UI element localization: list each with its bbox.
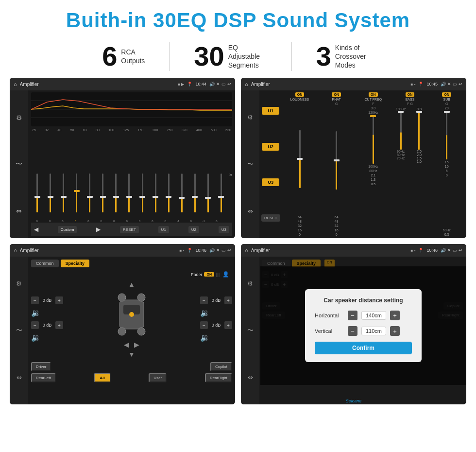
db1-minus[interactable]: − — [31, 296, 39, 304]
window-icon-4[interactable]: ▭ — [453, 248, 457, 253]
loudness-slider[interactable] — [282, 103, 318, 214]
home-icon-4[interactable]: ⌂ — [245, 247, 248, 253]
home-icon[interactable]: ⌂ — [14, 81, 17, 87]
eq-slider-4[interactable] — [70, 171, 83, 215]
copilot-button[interactable]: Copilot — [210, 362, 232, 371]
driver-button[interactable]: Driver — [31, 362, 51, 371]
eq-slider-8[interactable] — [123, 171, 135, 215]
x-icon[interactable]: ✕ — [216, 82, 220, 87]
home-icon-2[interactable]: ⌂ — [245, 81, 248, 87]
phat-val-low: 16 — [335, 228, 339, 232]
common-tab[interactable]: Common — [31, 260, 59, 267]
db4-minus[interactable]: − — [200, 321, 208, 329]
eq-wave-icon[interactable]: 〜 — [16, 160, 22, 169]
eq-settings-icon[interactable]: ⚙ — [16, 114, 22, 122]
loudness-label: LOUDNESS — [290, 98, 309, 101]
eq-next-button[interactable]: ▶ — [96, 226, 101, 233]
cross-balance-icon[interactable]: ⇔ — [248, 208, 253, 215]
dist-balance-icon[interactable]: ⇔ — [248, 374, 253, 381]
eq-slider-2[interactable] — [44, 171, 56, 215]
loudness-on-badge[interactable]: ON — [295, 92, 305, 97]
cutfreq-labels: 3.0 — [371, 106, 375, 110]
vertical-row: Vertical − 110cm + — [315, 326, 412, 336]
window-icon-3[interactable]: ▭ — [221, 248, 226, 253]
back-icon[interactable]: ↩ — [227, 82, 231, 87]
svg-point-8 — [137, 294, 145, 301]
db3-plus[interactable]: + — [224, 296, 232, 304]
arrow-left[interactable]: ◀ — [124, 341, 129, 348]
eq-more-icon[interactable]: » — [228, 172, 232, 177]
crossover-pin-icon: 📍 — [418, 82, 424, 87]
x-icon-3[interactable]: ✕ — [216, 248, 220, 253]
u2-button[interactable]: U2 — [262, 143, 279, 151]
specialty-tab[interactable]: Specialty — [61, 260, 90, 267]
eq-u3-button[interactable]: U3 — [219, 226, 229, 233]
eq-custom-button[interactable]: Custom — [58, 226, 77, 233]
stat-eq-label: EQ AdjustableSegments — [228, 43, 267, 70]
speaker-icon-3: 🔊 — [209, 248, 215, 253]
cross-wave-icon[interactable]: 〜 — [247, 160, 254, 169]
window-icon-2[interactable]: ▭ — [453, 82, 457, 87]
phat-label: PHAT — [332, 98, 341, 101]
eq-balance-icon[interactable]: ⇔ — [16, 207, 22, 215]
cross-settings-icon[interactable]: ⚙ — [247, 114, 253, 121]
arrow-down[interactable]: ▼ — [128, 350, 135, 358]
eq-slider-15[interactable] — [215, 171, 227, 215]
horizontal-row: Horizontal − 140cm + — [315, 311, 412, 320]
back-icon-4[interactable]: ↩ — [459, 248, 462, 253]
eq-slider-10[interactable] — [150, 171, 162, 215]
eq-prev-button[interactable]: ◀ — [34, 226, 38, 233]
bass-on-badge[interactable]: ON — [406, 92, 415, 97]
arrow-up[interactable]: ▲ — [128, 280, 135, 288]
db2-plus[interactable]: + — [55, 321, 63, 329]
eq-reset-button[interactable]: RESET — [120, 226, 139, 233]
fader-balance-icon[interactable]: ⇔ — [17, 374, 22, 381]
eq-u2-button[interactable]: U2 — [188, 226, 199, 233]
dist-settings-icon[interactable]: ⚙ — [247, 280, 253, 287]
confirm-button[interactable]: Confirm — [315, 342, 412, 354]
eq-slider-5[interactable] — [84, 171, 96, 215]
horizontal-minus[interactable]: − — [348, 311, 357, 320]
back-icon-2[interactable]: ↩ — [459, 82, 462, 87]
fader-wave-icon[interactable]: 〜 — [16, 326, 22, 335]
eq-slider-1[interactable] — [31, 171, 43, 215]
db4-plus[interactable]: + — [224, 321, 232, 329]
back-icon-3[interactable]: ↩ — [227, 248, 231, 253]
arrow-right[interactable]: ▶ — [134, 341, 139, 348]
fader-on-badge[interactable]: ON — [204, 272, 214, 277]
phat-on-badge[interactable]: ON — [332, 92, 341, 97]
all-button[interactable]: All — [94, 373, 110, 382]
eq-slider-14[interactable] — [202, 171, 214, 215]
eq-slider-12[interactable] — [176, 171, 188, 215]
user-button[interactable]: User — [149, 373, 167, 382]
eq-u1-button[interactable]: U1 — [158, 226, 169, 233]
eq-slider-13[interactable] — [189, 171, 201, 215]
eq-slider-11[interactable] — [163, 171, 175, 215]
db3-minus[interactable]: − — [200, 296, 208, 304]
eq-slider-9[interactable] — [136, 171, 149, 215]
phat-slider[interactable] — [319, 106, 354, 214]
u3-button[interactable]: U3 — [262, 178, 279, 186]
x-icon-4[interactable]: ✕ — [447, 248, 451, 253]
fader-settings-icon[interactable]: ⚙ — [16, 280, 22, 287]
eq-slider-6[interactable] — [97, 171, 109, 215]
vertical-minus[interactable]: − — [348, 326, 357, 336]
rearleft-button[interactable]: RearLeft — [31, 373, 56, 382]
distance-sidebar: ⚙ 〜 ⇔ — [241, 257, 259, 404]
x-icon-2[interactable]: ✕ — [447, 82, 451, 87]
eq-slider-3[interactable] — [57, 171, 69, 215]
horizontal-plus[interactable]: + — [390, 311, 400, 320]
eq-slider-7[interactable] — [110, 171, 122, 215]
u1-button[interactable]: U1 — [262, 107, 279, 115]
dist-wave-icon[interactable]: 〜 — [247, 326, 254, 335]
db2-minus[interactable]: − — [31, 321, 39, 329]
vertical-plus[interactable]: + — [390, 326, 400, 336]
db1-plus[interactable]: + — [55, 296, 63, 304]
home-icon-3[interactable]: ⌂ — [14, 247, 17, 253]
window-icon[interactable]: ▭ — [221, 82, 226, 87]
db3-value: 0 dB — [209, 298, 223, 303]
cutfreq-on-badge[interactable]: ON — [369, 92, 378, 97]
rearright-button[interactable]: RearRight — [205, 373, 232, 382]
sub-on-badge[interactable]: ON — [442, 92, 451, 97]
crossover-reset-button[interactable]: RESET — [261, 214, 280, 222]
